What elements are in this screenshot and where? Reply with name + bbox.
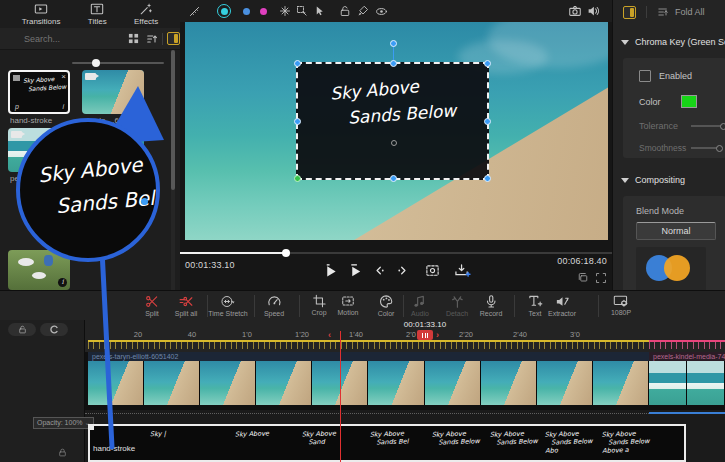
speed-button[interactable]: Speed [264, 294, 284, 317]
clip-thumbnail [687, 361, 725, 405]
fullscreen-icon[interactable] [595, 272, 607, 284]
decor [18, 258, 34, 266]
info-icon[interactable]: i [62, 103, 64, 110]
divider [299, 295, 300, 317]
time-stretch-button[interactable]: Time Stretch [208, 294, 247, 317]
info-icon[interactable]: i [58, 278, 67, 287]
duplicate-view-icon[interactable] [577, 272, 589, 284]
panel-toggle-icon[interactable] [167, 32, 180, 45]
snapshot-camera-icon[interactable] [568, 4, 582, 18]
resize-handle-ne[interactable] [484, 60, 491, 67]
seek-bar[interactable] [180, 252, 612, 254]
split-all-button[interactable]: Split all [175, 294, 198, 317]
opacity-control[interactable]: Opacity: 100% ⌄ [33, 417, 94, 429]
fold-all-icon[interactable] [657, 6, 669, 18]
volume-icon[interactable] [586, 4, 600, 18]
panel-toggle-icon[interactable] [623, 6, 636, 19]
clip-2-filmstrip[interactable] [649, 361, 725, 405]
tab-titles[interactable]: Titles [88, 2, 107, 26]
layer-dot-cyan-selected[interactable] [217, 4, 231, 18]
frame-snapshot-button[interactable] [425, 263, 440, 278]
playhead-handle[interactable] [417, 330, 433, 340]
video-editor-window: Transitions Titles Effects × Sky Above S… [0, 0, 725, 462]
fold-all-label[interactable]: Fold All [675, 7, 705, 17]
preview-panel: Sky Above Sands Below 00:01:3 [180, 0, 612, 290]
cursor-arrow-icon[interactable] [313, 5, 325, 17]
clip-1-filmstrip[interactable] [88, 361, 649, 405]
resize-handle-se[interactable] [484, 175, 491, 182]
search-input[interactable] [22, 33, 114, 45]
resize-handle-n[interactable] [390, 60, 397, 67]
tab-effects[interactable]: Effects [134, 2, 158, 26]
title-overlay-box[interactable]: Sky Above Sands Below [296, 62, 489, 180]
crop-button[interactable]: Crop [311, 294, 326, 316]
cursor-star-icon[interactable] [279, 5, 291, 17]
divider [598, 295, 599, 317]
blend-circle-right [664, 255, 690, 281]
rotate-handle[interactable] [390, 40, 397, 47]
extractor-button[interactable]: Extractor [548, 294, 576, 317]
resize-handle-nw[interactable] [294, 60, 301, 67]
track-loop-button[interactable] [40, 323, 68, 336]
mask-ruler-icon[interactable] [188, 5, 201, 18]
chroma-color-swatch[interactable] [681, 95, 697, 108]
brush-icon[interactable] [357, 5, 369, 17]
library-item-hand-stroke[interactable]: × Sky Above Sands Below p i [8, 70, 70, 114]
slider-knob[interactable] [92, 59, 100, 67]
chroma-key-section-header[interactable]: Chroma Key (Green Screen) [613, 32, 725, 52]
ruler-label: 2'0 [406, 330, 416, 339]
text-clip-hand-stroke[interactable]: hand-stroke Sky | Sky Above Sky Above Sa… [88, 424, 686, 462]
text-track-lock-icon[interactable] [58, 448, 67, 457]
effects-wand-icon [139, 2, 153, 16]
resize-handle-w[interactable] [294, 118, 301, 125]
clip-thumbnail [593, 361, 649, 405]
layer-dot-magenta[interactable] [260, 8, 267, 15]
record-button[interactable]: Record [480, 294, 503, 317]
resize-handle-sw[interactable] [294, 175, 301, 182]
text-button[interactable]: Text [528, 294, 543, 317]
preview-video[interactable]: Sky Above Sands Below [185, 22, 608, 240]
grid-view-icon[interactable] [128, 33, 139, 44]
library-item-pexels-6051402[interactable]: i [82, 70, 144, 114]
blend-mode-dropdown[interactable]: Normal [636, 222, 716, 240]
scrollbar-thumb[interactable] [171, 50, 175, 190]
split-button[interactable]: Split [145, 294, 160, 317]
seek-knob[interactable] [282, 249, 290, 257]
enabled-checkbox[interactable] [639, 70, 651, 82]
select-checkbox[interactable] [13, 75, 20, 81]
info-icon[interactable]: i [132, 102, 141, 111]
clip-name[interactable]: pexels-taryn-elliott-6051402 [88, 352, 649, 361]
resolution-button[interactable]: 1080P [611, 294, 631, 316]
close-icon[interactable]: × [61, 73, 66, 81]
eye-icon[interactable] [375, 5, 388, 18]
cursor-marquee-icon[interactable] [296, 5, 308, 17]
library-scrollbar[interactable] [171, 50, 175, 305]
play-button[interactable] [323, 263, 338, 278]
clip-trim-handle[interactable] [88, 424, 94, 430]
thumbnail-size-slider[interactable] [72, 62, 164, 64]
playhead-right-arrow[interactable]: › [436, 330, 439, 340]
tab-transitions[interactable]: Transitions [22, 2, 61, 26]
step-forward-button[interactable] [396, 264, 409, 277]
ruler-ticks [88, 342, 649, 349]
playhead-line[interactable] [340, 331, 341, 462]
smoothness-slider[interactable] [691, 147, 721, 149]
layer-dot-blue[interactable] [243, 8, 250, 15]
tolerance-slider[interactable] [691, 125, 725, 127]
clip2-audio-bar [649, 412, 725, 414]
compositing-section-header[interactable]: Compositing [613, 170, 725, 190]
step-back-button[interactable] [373, 264, 386, 277]
play-from-start-button[interactable] [348, 263, 363, 278]
divider [254, 295, 255, 317]
timeline-ruler[interactable]: 00:01:33.10 20 40 1'0 1'20 1'40 2'0 2'20… [85, 320, 725, 352]
clip-name[interactable]: pexels-kindel-media-742553 [649, 352, 725, 361]
resize-handle-e[interactable] [484, 118, 491, 125]
track-lock-button[interactable] [8, 323, 36, 336]
lock-icon[interactable] [339, 5, 351, 17]
motion-button[interactable]: Motion [337, 294, 358, 316]
resize-handle-s[interactable] [390, 175, 397, 182]
playhead-left-arrow[interactable]: ‹ [328, 330, 331, 340]
color-button[interactable]: Color [378, 294, 395, 317]
add-to-library-button[interactable] [454, 263, 471, 278]
sort-icon[interactable] [146, 33, 158, 45]
